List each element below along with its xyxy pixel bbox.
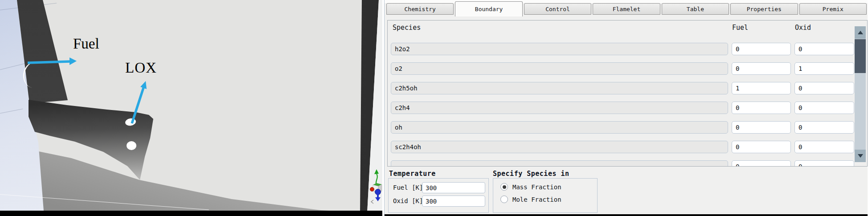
tab-label: Control	[545, 6, 570, 12]
tab-bar: Chemistry Boundary Control Flamelet Tabl…	[386, 3, 867, 15]
species-rows: h2o2 0 0 o2 0 1 c2h5oh 1 0	[391, 43, 854, 167]
tab-label: Premix	[823, 6, 843, 12]
tab[interactable]: Properties	[730, 3, 798, 15]
species-name-field[interactable]: c2h4	[391, 102, 728, 114]
fuel-value-input[interactable]: 0	[732, 160, 791, 167]
species-row: o2 0 1	[391, 62, 854, 75]
scroll-down-icon	[858, 154, 863, 158]
species-name-field[interactable]: h2o2	[391, 43, 728, 55]
oxid-temperature-label: Oxid [K]	[393, 197, 423, 204]
species-row: oh 0 0	[391, 121, 854, 134]
fuel-column-header: Fuel	[732, 24, 795, 32]
fuel-value-input[interactable]: 0	[732, 141, 791, 153]
temperature-group-title: Temperature	[389, 170, 436, 178]
lox-arrow-icon	[132, 81, 147, 123]
fuel-value-input[interactable]: 0	[732, 43, 791, 55]
tab-label: Chemistry	[404, 6, 435, 12]
fuel-temperature-label: Fuel [K]	[393, 184, 423, 191]
radio-label: Mole Fraction	[512, 196, 561, 203]
oxid-value-input[interactable]: 0	[794, 43, 854, 55]
fuel-value-input[interactable]: 0	[732, 102, 791, 114]
dialog-bottom-bar	[385, 214, 868, 216]
specify-species-group-title: Specify Species in	[493, 170, 569, 178]
species-name-field[interactable]: sc2h4oh	[391, 141, 728, 153]
oxid-value-input[interactable]: 1	[794, 62, 854, 75]
application-window: Fuel LOX	[0, 0, 868, 216]
species-name-field[interactable]: o2	[391, 62, 728, 75]
tab[interactable]: Premix	[799, 3, 867, 15]
vertical-scrollbar[interactable]	[855, 26, 866, 162]
oxid-temperature-input[interactable]	[422, 196, 485, 207]
radio-option[interactable]: Mole Fraction	[500, 196, 561, 203]
species-table: Species Fuel Oxid h2o2 0 0 o2 0 1	[387, 20, 868, 167]
radio-label: Mass Fraction	[512, 183, 561, 191]
radio-option[interactable]: Mass Fraction	[500, 183, 561, 191]
scrollbar-thumb[interactable]	[855, 39, 866, 73]
fuel-value-input[interactable]: 0	[732, 121, 791, 134]
oxid-column-header: Oxid	[795, 24, 855, 32]
fuel-value-input[interactable]: 1	[732, 82, 791, 94]
oxid-value-input[interactable]: 0	[794, 160, 854, 167]
scroll-up-button[interactable]	[855, 26, 866, 39]
annotation-arrows	[0, 0, 382, 216]
tab-label: Properties	[747, 6, 782, 12]
oxid-value-input[interactable]: 0	[794, 121, 854, 134]
tab[interactable]: Chemistry	[386, 3, 454, 15]
species-row: c2h4 0 0	[391, 102, 854, 114]
species-row: 0 0	[391, 160, 854, 167]
species-row: h2o2 0 0	[391, 43, 854, 55]
species-name-field[interactable]: c2h5oh	[391, 82, 728, 94]
tab[interactable]: Boundary	[455, 1, 522, 16]
boundary-dialog: Chemistry Boundary Control Flamelet Tabl…	[384, 0, 868, 216]
tab[interactable]: Control	[524, 3, 591, 15]
species-table-header: Species Fuel Oxid	[393, 24, 855, 32]
species-name-field[interactable]: oh	[391, 121, 728, 134]
radio-icon[interactable]	[500, 183, 508, 191]
species-row: sc2h4oh 0 0	[391, 141, 854, 153]
species-column-header: Species	[393, 24, 732, 32]
tab[interactable]: Flamelet	[593, 3, 660, 15]
oxid-value-input[interactable]: 0	[794, 141, 854, 153]
oxid-value-input[interactable]: 0	[794, 82, 854, 94]
tab[interactable]: Table	[662, 3, 729, 15]
radio-icon[interactable]	[500, 196, 508, 203]
cad-viewport[interactable]: Fuel LOX	[0, 0, 382, 216]
temperature-group: Fuel [K] Oxid [K]	[388, 178, 489, 213]
tab-label: Flamelet	[613, 6, 641, 12]
species-row: c2h5oh 1 0	[391, 82, 854, 94]
fuel-arrow-icon	[28, 57, 77, 65]
tab-label: Table	[687, 6, 704, 12]
viewport-bottom-bar	[0, 211, 382, 216]
fuel-value-input[interactable]: 0	[732, 62, 791, 75]
tab-label: Boundary	[475, 6, 503, 12]
scroll-down-button[interactable]	[855, 150, 866, 162]
species-name-field[interactable]	[391, 160, 728, 167]
oxid-value-input[interactable]: 0	[794, 102, 854, 114]
fuel-temperature-input[interactable]	[422, 182, 485, 193]
specify-species-group: Mass Fraction Mole Fraction	[493, 178, 598, 213]
scroll-up-icon	[858, 31, 863, 34]
